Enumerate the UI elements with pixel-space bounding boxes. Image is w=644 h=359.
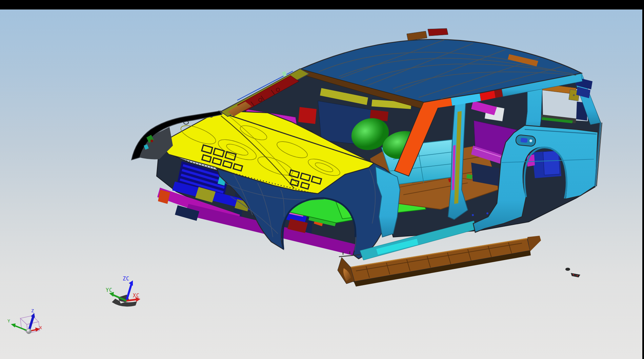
side-dot-2 — [486, 212, 488, 214]
absolute-triad: Z Y X — [7, 308, 42, 334]
wing-red-dot — [150, 140, 153, 142]
arch-filler-blue[interactable] — [543, 151, 560, 175]
abs-y-label: Y — [7, 318, 11, 323]
abs-y-arrowhead — [11, 323, 16, 328]
side-dot-1 — [472, 214, 474, 216]
abs-z-label: Z — [31, 308, 34, 313]
wcs-y-label: YC — [106, 287, 113, 293]
loose-parts[interactable] — [565, 268, 580, 278]
debris-red-2 — [577, 275, 578, 276]
debris-dot[interactable] — [565, 268, 570, 271]
mint-clip-2 — [282, 71, 287, 77]
wcs-x-label: XC — [133, 293, 140, 299]
debris-bracket[interactable] — [571, 273, 580, 277]
wcs-z-axis[interactable] — [126, 284, 132, 301]
wcs-triad[interactable]: ZC YC XC — [106, 276, 140, 307]
card-hole — [573, 94, 575, 96]
wcs-z-label: ZC — [123, 276, 129, 282]
origin-sphere — [26, 329, 32, 334]
abs-x-label: X — [39, 325, 42, 330]
heater-red-box[interactable] — [298, 107, 317, 124]
door-handle-recess[interactable] — [516, 134, 536, 147]
model-svg: ZC YC XC Z Y X — [0, 0, 644, 359]
far-rail-red-patch — [428, 28, 448, 36]
debris-red-1 — [573, 274, 574, 275]
car-body-model[interactable] — [132, 28, 602, 287]
application-window: ZC YC XC Z Y X — [0, 0, 644, 359]
